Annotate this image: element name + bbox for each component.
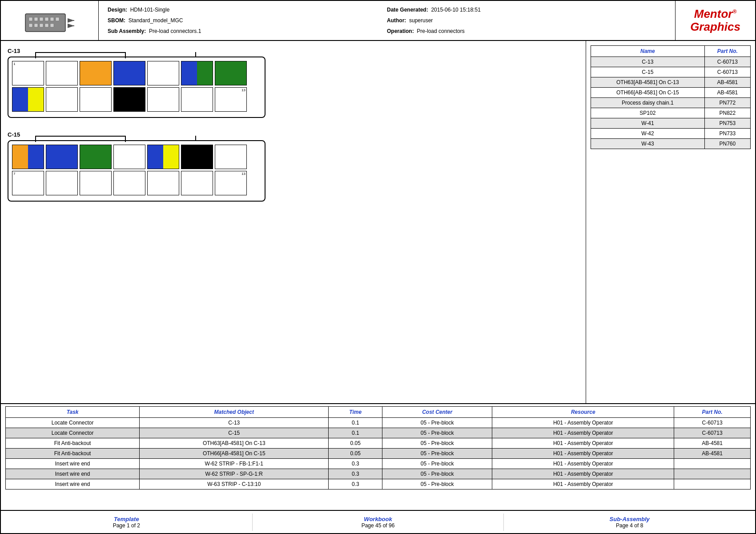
c13-cell-2-5 [147, 87, 179, 112]
c15-cell-2-7: 13 [215, 171, 247, 195]
connector-c13-body: 1 [8, 57, 265, 118]
parts-cell-3-0: OTH66[AB-4581] On C-15 [591, 88, 705, 98]
parts-table: Name Part No. C-13C-60713C-15C-60713OTH6… [591, 45, 751, 149]
design-value: HDM-101-Single [130, 7, 170, 13]
c13-cell-1-2 [46, 61, 78, 85]
c13-cell-1-3 [80, 61, 112, 85]
c13-cell-1-1: 1 [12, 61, 44, 85]
svg-rect-3 [40, 17, 43, 21]
tasks-col-cost: Cost Center [382, 407, 492, 418]
c15-cell-1-5 [147, 145, 179, 169]
connector-c15-body: 7 13 [8, 140, 265, 202]
mentor-logo-line2: Graphics [690, 20, 740, 33]
mentor-logo: Mentor® Graphics [690, 8, 740, 33]
c13-cell-2-7-label: 13 [241, 88, 245, 92]
footer-subassembly-page: Page 4 of 8 [506, 522, 753, 529]
registered-mark: ® [732, 9, 736, 15]
parts-cell-4-0: Process daisy chain.1 [591, 98, 705, 108]
c15-cell-1-2 [46, 145, 78, 169]
header-info-left: Design: HDM-101-Single SBOM: Standard_mo… [108, 4, 387, 36]
tasks-cell-4-0: Insert wire end [6, 459, 140, 469]
tasks-cell-6-5 [674, 479, 751, 490]
tasks-cell-6-2: 0.3 [329, 479, 382, 490]
parts-table-row: C-13C-60713 [591, 57, 751, 67]
svg-rect-9 [40, 24, 43, 27]
tasks-table-row: Locate ConnectorC-150.105 - Pre-blockH01… [6, 428, 751, 438]
c13-cell-2-2 [46, 87, 78, 112]
tasks-cell-6-3: 05 - Pre-block [382, 479, 492, 490]
tasks-col-partno: Part No. [674, 407, 751, 418]
parts-table-row: OTH63[AB-4581] On C-13AB-4581 [591, 77, 751, 88]
tasks-table-row: Insert wire endW-62 STRIP - SP-G-1:R0.30… [6, 469, 751, 479]
tasks-cell-3-0: Fit Anti-backout [6, 449, 140, 459]
svg-rect-8 [34, 24, 38, 27]
author-value: superuser [409, 17, 433, 24]
c15-cell-2-4 [113, 171, 145, 195]
parts-cell-8-1: PN760 [704, 139, 750, 149]
footer: Template Page 1 of 2 Workbook Page 45 of… [1, 511, 755, 533]
main-content: C-13 1 [1, 41, 755, 404]
footer-subassembly: Sub-Assembly Page 4 of 8 [504, 514, 755, 531]
tasks-cell-1-2: 0.1 [329, 428, 382, 438]
tasks-cell-2-3: 05 - Pre-block [382, 438, 492, 449]
parts-cell-1-1: C-60713 [704, 67, 750, 77]
parts-table-row: W-43PN760 [591, 139, 751, 149]
tasks-table-row: Fit Anti-backoutOTH63[AB-4581] On C-130.… [6, 438, 751, 449]
tasks-col-time: Time [329, 407, 382, 418]
connector-c15-row1 [12, 145, 261, 169]
parts-cell-1-0: C-15 [591, 67, 705, 77]
connector-icon [16, 5, 83, 36]
svg-rect-0 [25, 14, 65, 32]
tasks-cell-6-0: Insert wire end [6, 479, 140, 490]
operation-value: Pre-load connectors [417, 28, 464, 34]
c15-cell-1-1 [12, 145, 44, 169]
sbom-value: Standard_model_MGC [129, 17, 183, 24]
c13-cell-2-7: 13 [215, 87, 247, 112]
header: Design: HDM-101-Single SBOM: Standard_mo… [1, 1, 755, 41]
c13-cell-1-7 [215, 61, 247, 85]
svg-rect-2 [34, 17, 38, 21]
tasks-cell-1-4: H01 - Assembly Operator [492, 428, 674, 438]
tasks-cell-6-1: W-63 STRIP - C-13:10 [140, 479, 329, 490]
tasks-cell-0-3: 05 - Pre-block [382, 418, 492, 428]
author-label: Author: [387, 17, 406, 24]
parts-col-name: Name [591, 46, 705, 57]
parts-cell-5-0: SP102 [591, 108, 705, 118]
sbom-label: SBOM: [108, 17, 125, 24]
operation-label: Operation: [387, 28, 414, 34]
tasks-cell-2-2: 0.05 [329, 438, 382, 449]
parts-cell-8-0: W-43 [591, 139, 705, 149]
c13-cell-2-1 [12, 87, 44, 112]
design-label: Design: [108, 7, 127, 13]
c15-cell-1-7 [215, 145, 247, 169]
parts-table-row: Process daisy chain.1PN772 [591, 98, 751, 108]
tasks-cell-1-5: C-60713 [674, 428, 751, 438]
parts-cell-6-0: W-41 [591, 118, 705, 129]
date-value: 2015-06-10 15:18:51 [431, 7, 480, 13]
connector-c13-row2: 13 [12, 87, 261, 112]
tasks-cell-0-5: C-60713 [674, 418, 751, 428]
c13-cell-2-6 [181, 87, 213, 112]
tasks-cell-4-3: 05 - Pre-block [382, 459, 492, 469]
c13-cell-1-5 [147, 61, 179, 85]
tasks-cell-6-4: H01 - Assembly Operator [492, 479, 674, 490]
footer-template: Template Page 1 of 2 [1, 514, 253, 531]
parts-table-row: OTH66[AB-4581] On C-15AB-4581 [591, 88, 751, 98]
svg-rect-10 [45, 24, 48, 27]
svg-rect-1 [29, 17, 32, 21]
connector-c15: C-15 [8, 131, 579, 202]
tasks-cell-2-1: OTH63[AB-4581] On C-13 [140, 438, 329, 449]
footer-subassembly-label: Sub-Assembly [506, 516, 753, 522]
parts-cell-5-1: PN822 [704, 108, 750, 118]
tasks-cell-5-0: Insert wire end [6, 469, 140, 479]
svg-rect-7 [29, 24, 32, 27]
tasks-col-resource: Resource [492, 407, 674, 418]
subassembly-value: Pre-load connectors.1 [149, 28, 201, 34]
connector-c15-row2: 7 13 [12, 171, 261, 195]
c13-cell-1-4 [113, 61, 145, 85]
tasks-cell-2-4: H01 - Assembly Operator [492, 438, 674, 449]
c15-cell-2-6 [181, 171, 213, 195]
tasks-cell-3-4: H01 - Assembly Operator [492, 449, 674, 459]
tasks-cell-1-3: 05 - Pre-block [382, 428, 492, 438]
tasks-cell-5-4: H01 - Assembly Operator [492, 469, 674, 479]
